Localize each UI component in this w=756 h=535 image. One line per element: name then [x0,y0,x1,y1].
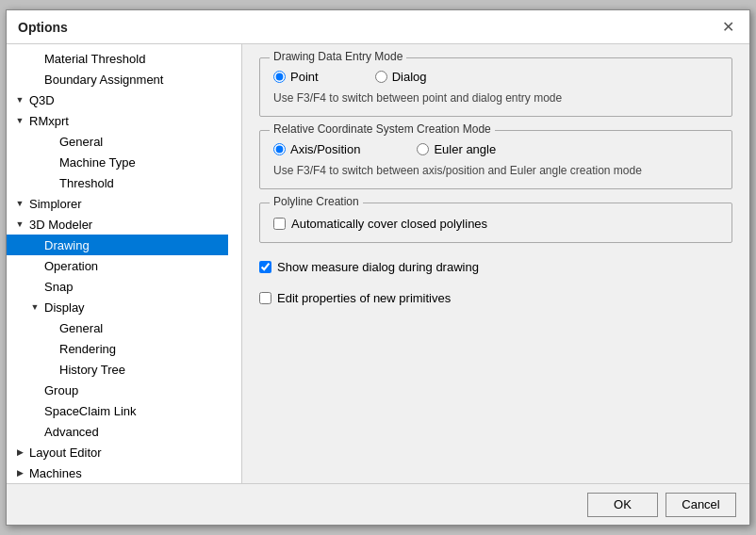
axis-position-radio[interactable] [273,143,286,155]
expander-q3d[interactable]: ▼ [12,92,27,107]
tree-label-drawing: Drawing [44,238,90,252]
tree-label-history-tree: History Tree [59,363,125,377]
drawing-data-entry-options: Point Dialog [273,70,718,84]
expander-drawing [27,237,42,252]
tree-label-spaceclaim-link: SpaceClaim Link [44,404,137,418]
expander-machines[interactable]: ▶ [12,465,27,480]
drawing-dialog-option[interactable]: Dialog [375,70,427,84]
show-measure-row: Show measure dialog during drawing [259,260,732,274]
tree-item-threshold[interactable]: Threshold [7,172,228,193]
tree-item-snap[interactable]: Snap [7,276,228,297]
polyline-creation-title: Polyline Creation [270,195,363,208]
euler-angle-option[interactable]: Euler angle [417,142,496,156]
expander-rmxprt[interactable]: ▼ [12,113,27,128]
polyline-creation-group: Polyline Creation Automatically cover cl… [259,203,732,243]
tree-label-group: Group [44,383,78,397]
tree-label-threshold: Threshold [59,176,114,190]
tree-label-simplorer: Simplorer [29,197,82,211]
expander-general2 [42,320,58,335]
expander-display[interactable]: ▼ [27,300,42,315]
tree-item-group[interactable]: Group [7,380,228,400]
drawing-point-radio[interactable] [273,71,286,83]
relative-coord-options: Axis/Position Euler angle [273,142,718,156]
tree-label-general: General [59,135,103,149]
drawing-data-entry-title: Drawing Data Entry Mode [270,50,406,63]
expander-operation [27,258,42,273]
expander-layout-editor[interactable]: ▶ [12,445,27,460]
tree-item-simplorer[interactable]: ▼Simplorer [7,193,228,214]
expander-spaceclaim-link [27,403,42,418]
tree-label-material-threshold: Material Threshold [44,52,145,66]
tree-label-operation: Operation [44,259,98,273]
euler-angle-label: Euler angle [434,142,496,156]
relative-coord-title: Relative Coordinate System Creation Mode [270,122,495,136]
expander-snap [27,279,42,294]
expander-advanced [27,424,42,439]
tree-item-layout-editor[interactable]: ▶Layout Editor [7,442,228,462]
ok-button[interactable]: OK [587,493,658,517]
edit-properties-row: Edit properties of new primitives [259,291,732,305]
tree-item-operation[interactable]: Operation [7,255,228,276]
tree-item-display[interactable]: ▼Display [7,297,228,317]
tree-item-machine-type[interactable]: Machine Type [7,152,228,172]
right-panel: Drawing Data Entry Mode Point Dialog Use… [242,44,749,483]
cancel-button[interactable]: Cancel [666,493,736,517]
left-panel: Material ThresholdBoundary Assignment▼Q3… [7,44,242,483]
tree-label-q3d: Q3D [29,93,55,107]
tree-item-rmxprt[interactable]: ▼RMxprt [7,110,228,131]
drawing-dialog-label: Dialog [392,70,427,84]
auto-cover-checkbox[interactable] [273,218,286,230]
tree-label-advanced: Advanced [44,425,99,439]
tree-item-general2[interactable]: General [7,317,228,338]
drawing-point-label: Point [290,70,319,84]
tree-item-boundary-assignment[interactable]: Boundary Assignment [7,69,228,89]
drawing-point-option[interactable]: Point [273,70,319,84]
drawing-data-entry-group: Drawing Data Entry Mode Point Dialog Use… [259,57,732,117]
euler-angle-radio[interactable] [417,143,429,155]
tree-item-q3d[interactable]: ▼Q3D [7,89,228,110]
relative-coord-hint: Use F3/F4 to switch between axis/positio… [273,164,718,177]
dialog-footer: OK Cancel [7,483,749,525]
tree-item-advanced[interactable]: Advanced [7,421,228,442]
drawing-data-hint: Use F3/F4 to switch between point and di… [273,91,718,105]
tree-label-boundary-assignment: Boundary Assignment [44,73,163,87]
expander-simplorer[interactable]: ▼ [12,196,27,211]
tree-label-rmxprt: RMxprt [29,114,69,128]
drawing-dialog-radio[interactable] [375,71,387,83]
dialog-body: Material ThresholdBoundary Assignment▼Q3… [7,44,749,483]
tree-item-3d-modeler[interactable]: ▼3D Modeler [7,214,228,235]
tree-item-drawing[interactable]: Drawing [7,235,228,255]
tree-label-3d-modeler: 3D Modeler [29,218,92,232]
tree-label-snap: Snap [44,280,73,294]
expander-material-threshold [27,51,42,66]
expander-rendering [42,341,58,356]
axis-position-option[interactable]: Axis/Position [273,142,360,156]
expander-boundary-assignment [27,72,42,87]
tree-label-layout-editor: Layout Editor [29,446,102,460]
tree-item-machines[interactable]: ▶Machines [7,462,228,483]
edit-properties-label[interactable]: Edit properties of new primitives [277,291,451,305]
expander-general [42,134,58,149]
expander-machine-type [42,154,58,170]
title-bar: Options ✕ [7,10,749,44]
tree-item-material-threshold[interactable]: Material Threshold [7,48,228,69]
tree-item-history-tree[interactable]: History Tree [7,359,228,380]
axis-position-label: Axis/Position [290,142,360,156]
relative-coord-group: Relative Coordinate System Creation Mode… [259,130,732,189]
expander-history-tree [42,362,58,377]
auto-cover-row: Automatically cover closed polylines [273,217,718,231]
auto-cover-label[interactable]: Automatically cover closed polylines [291,217,487,231]
expander-3d-modeler[interactable]: ▼ [12,217,27,232]
tree-item-rendering[interactable]: Rendering [7,338,228,359]
close-button[interactable]: ✕ [717,17,738,38]
tree-label-display: Display [44,300,85,315]
show-measure-checkbox[interactable] [259,261,271,273]
edit-properties-checkbox[interactable] [259,292,271,304]
options-dialog: Options ✕ Material ThresholdBoundary Ass… [6,9,750,526]
tree-label-general2: General [59,321,103,335]
expander-group [27,382,42,397]
tree-label-rendering: Rendering [59,342,116,356]
show-measure-label[interactable]: Show measure dialog during drawing [277,260,479,274]
tree-item-spaceclaim-link[interactable]: SpaceClaim Link [7,400,228,421]
tree-item-general[interactable]: General [7,131,228,152]
